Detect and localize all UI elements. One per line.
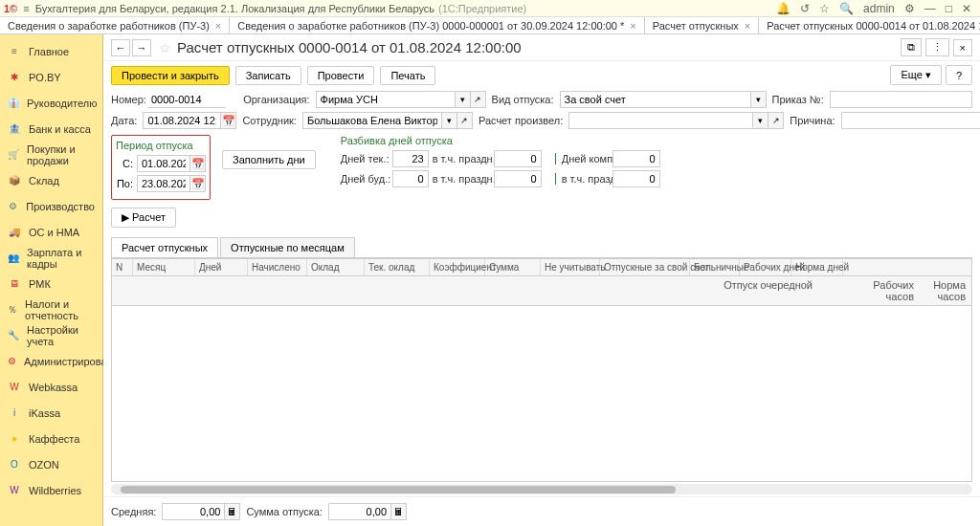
post-button[interactable]: Провести	[307, 66, 375, 85]
sidebar-item-15[interactable]: ●Каффеста	[0, 426, 102, 451]
tab-0[interactable]: Сведения о заработке работников (ПУ-3)×	[0, 17, 230, 33]
star-icon[interactable]: ☆	[819, 2, 830, 15]
history-icon[interactable]: ↺	[800, 2, 810, 15]
period-legend: Период отпуска	[116, 140, 206, 151]
more-button[interactable]: Еще ▾	[890, 65, 941, 85]
grid-body[interactable]	[112, 306, 971, 482]
favorite-icon[interactable]: ☆	[159, 40, 171, 55]
tab-3[interactable]: Расчет отпускных 0000-0014 от 01.08.2024…	[759, 17, 980, 33]
date-label: Дата:	[111, 115, 137, 126]
open-icon[interactable]: ↗	[768, 112, 784, 129]
date-field[interactable]	[143, 112, 221, 129]
sidebar-label: Производство	[26, 201, 95, 212]
sidebar-label: Руководителю	[27, 98, 97, 109]
calc-icon[interactable]: 🖩	[391, 503, 407, 520]
sidebar-label: Налоги и отчетность	[25, 298, 95, 321]
post-close-button[interactable]: Провести и закрыть	[111, 66, 230, 85]
sidebar-item-1[interactable]: ✱PO.BY	[0, 64, 102, 90]
sidebar-item-7[interactable]: 🚚ОС и НМА	[0, 219, 102, 245]
vactype-field[interactable]	[560, 91, 751, 108]
org-label: Организация:	[243, 94, 309, 105]
settings-icon[interactable]: ⚙	[904, 2, 915, 15]
to-field[interactable]	[137, 175, 190, 192]
dayscur-field[interactable]	[392, 150, 429, 167]
search-icon[interactable]: 🔍	[839, 2, 854, 15]
holiday3-field[interactable]	[612, 170, 660, 187]
open-icon[interactable]: ↗	[457, 112, 473, 129]
fill-days-button[interactable]: Заполнить дни	[222, 150, 316, 169]
minimize-icon[interactable]: —	[924, 2, 936, 15]
data-grid[interactable]: N Месяц Дней Начислено Оклад Тек. оклад …	[111, 258, 972, 482]
col-cursalary: Тек. оклад	[365, 259, 430, 275]
sidebar-item-9[interactable]: 🖥РМК	[0, 271, 102, 296]
sidebar-item-6[interactable]: ⚙Производство	[0, 193, 102, 219]
col-workhours: Рабочих часов	[862, 279, 914, 302]
calc-button[interactable]: ▶ Расчет	[111, 208, 176, 228]
calendar-icon[interactable]: 📅	[221, 112, 236, 129]
sidebar-item-0[interactable]: ≡Главное	[0, 38, 102, 64]
user-label[interactable]: admin	[863, 2, 895, 15]
dropdown-icon[interactable]: ▾	[753, 112, 768, 129]
sidebar-item-16[interactable]: OOZON	[0, 451, 102, 477]
sidebar-item-5[interactable]: 📦Склад	[0, 167, 102, 193]
holiday1-field[interactable]	[494, 150, 542, 167]
tab-2[interactable]: Расчет отпускных×	[645, 17, 760, 33]
write-button[interactable]: Записать	[235, 66, 301, 85]
subtab-monthly[interactable]: Отпускные по месяцам	[220, 237, 355, 257]
maximize-icon[interactable]: □	[946, 2, 952, 15]
sidebar-item-8[interactable]: 👥Зарплата и кадры	[0, 245, 102, 271]
dropdown-icon[interactable]: ▾	[751, 91, 767, 108]
daysweek-field[interactable]	[392, 170, 429, 187]
reason-label: Причина:	[790, 115, 835, 126]
menu-icon[interactable]: ≡	[23, 3, 29, 14]
print-button[interactable]: Печать	[380, 66, 435, 85]
sumvac-field[interactable]	[328, 503, 391, 520]
col-exclude: Не учитывать	[541, 259, 600, 275]
sidebar-item-17[interactable]: WWildberries	[0, 477, 102, 503]
sidebar-icon: O	[8, 458, 21, 471]
close-icon[interactable]: ✕	[962, 2, 971, 15]
sidebar-item-4[interactable]: 🛒Покупки и продажи	[0, 142, 102, 167]
col-workdays: Рабочих дней	[740, 259, 791, 275]
help-button[interactable]: ?	[946, 65, 972, 85]
sidebar-item-14[interactable]: iiKassa	[0, 400, 102, 426]
sidebar-icon: ✱	[8, 71, 21, 84]
dropdown-icon[interactable]: ▾	[456, 91, 471, 108]
from-field[interactable]	[137, 155, 190, 172]
close-icon[interactable]: ×	[745, 20, 750, 32]
nav-fwd[interactable]: →	[132, 39, 151, 56]
order-field[interactable]	[830, 91, 972, 108]
col-normdays: Норма дней	[791, 259, 843, 275]
reason-field[interactable]	[841, 112, 980, 129]
open-icon[interactable]: ↗	[471, 91, 486, 108]
sidebar-item-10[interactable]: ％Налоги и отчетность	[0, 296, 102, 322]
bell-icon[interactable]: 🔔	[776, 2, 791, 15]
calc-icon[interactable]: 🖩	[225, 503, 240, 520]
sidebar-item-3[interactable]: 🏦Банк и касса	[0, 116, 102, 142]
calendar-icon[interactable]: 📅	[190, 175, 206, 192]
sidebar-item-12[interactable]: ⚙Администрирование	[0, 348, 102, 374]
close-icon[interactable]: ×	[630, 20, 635, 32]
sidebar-icon: 👔	[8, 97, 19, 110]
number-field[interactable]	[147, 91, 226, 108]
close-icon[interactable]: ×	[215, 20, 221, 32]
subtab-calc[interactable]: Расчет отпускных	[111, 237, 218, 257]
dayscur-label: Дней тек.:	[341, 153, 389, 164]
dropdown-icon[interactable]: ▾	[442, 112, 457, 129]
sidebar-item-2[interactable]: 👔Руководителю	[0, 90, 102, 116]
sidebar-item-11[interactable]: 🔧Настройки учета	[0, 322, 102, 348]
avg-field[interactable]	[162, 503, 225, 520]
window-more-icon[interactable]: ⋮	[925, 38, 949, 56]
calendar-icon[interactable]: 📅	[190, 155, 206, 172]
holiday2-field[interactable]	[494, 170, 542, 187]
dayscomp-field[interactable]	[612, 150, 660, 167]
horizontal-scrollbar[interactable]	[111, 484, 972, 494]
calcby-field[interactable]	[568, 112, 753, 129]
tab-1[interactable]: Сведения о заработке работников (ПУ-3) 0…	[230, 17, 644, 33]
org-field[interactable]	[316, 91, 456, 108]
link-icon[interactable]: ⧉	[901, 38, 922, 56]
nav-back[interactable]: ←	[111, 39, 130, 56]
close-panel-icon[interactable]: ×	[953, 39, 972, 56]
sidebar-item-13[interactable]: WWebkassa	[0, 374, 102, 400]
employee-field[interactable]	[302, 112, 442, 129]
